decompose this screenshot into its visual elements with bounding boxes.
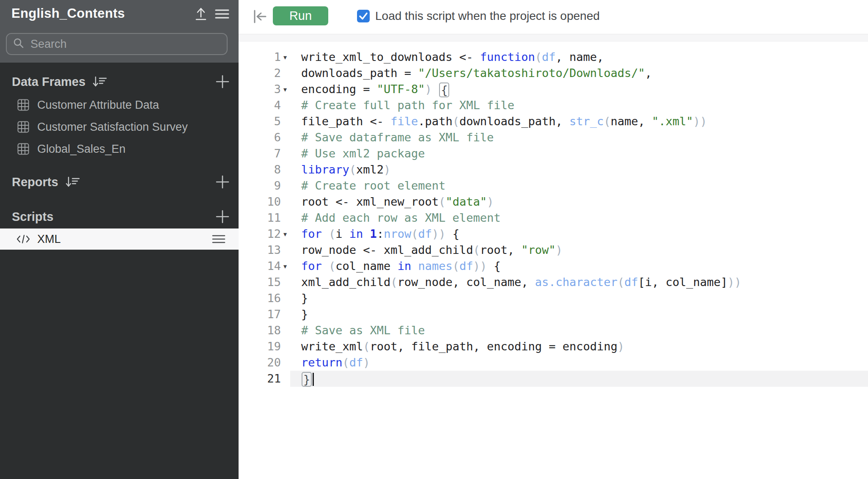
code-line-17[interactable]: 17} (239, 306, 868, 322)
line-number: 15 (245, 274, 281, 290)
code-line-14[interactable]: 14▾for (col_name in names(df)) { (239, 258, 868, 274)
code-editor[interactable]: 1▾write_xml_to_downloads <- function(df,… (239, 41, 868, 479)
text-cursor (313, 373, 314, 386)
toolbar: Run Load this script when the project is… (239, 0, 868, 34)
search-box[interactable] (6, 33, 228, 55)
load-script-checkbox-label[interactable]: Load this script when the project is ope… (375, 9, 600, 23)
section-reports: Reports (0, 173, 239, 191)
line-number: 11 (245, 210, 281, 226)
active-line-highlight (290, 371, 868, 387)
line-number: 6 (245, 129, 281, 146)
editor-top-band (239, 34, 868, 41)
section-data-frames: Data Frames (0, 72, 239, 91)
code-line-text: library(xml2) (301, 162, 390, 178)
sidebar: English_Contents (0, 0, 239, 479)
code-line-text: write_xml(root, file_path, encoding = en… (301, 339, 624, 355)
code-line-text: xml_add_child(row_node, col_name, as.cha… (301, 274, 741, 290)
table-icon (17, 99, 30, 111)
line-number: 12 (245, 226, 281, 242)
code-line-10[interactable]: 10root <- xml_new_root("data") (239, 194, 868, 210)
code-line-9[interactable]: 9# Create root element (239, 178, 868, 194)
code-line-text: file_path <- file.path(downloads_path, s… (301, 113, 707, 129)
code-line-7[interactable]: 7# Use xml2 package (239, 146, 868, 162)
code-line-20[interactable]: 20return(df) (239, 355, 868, 371)
code-line-text: # Create root element (301, 178, 445, 194)
line-number: 20 (245, 355, 281, 371)
code-line-text: downloads_path = "/Users/takatoshiroto/D… (301, 65, 652, 81)
code-line-12[interactable]: 12▾for (i in 1:nrow(df)) { (239, 226, 868, 242)
line-number: 18 (245, 322, 281, 339)
code-line-1[interactable]: 1▾write_xml_to_downloads <- function(df,… (239, 49, 868, 65)
line-number: 17 (245, 306, 281, 322)
line-number: 13 (245, 242, 281, 258)
add-data-frame-button[interactable] (215, 74, 230, 89)
app-window: English_Contents (0, 0, 868, 479)
line-number: 14 (245, 258, 281, 274)
item-label: Customer Satisfaction Survey (37, 121, 188, 134)
script-label: XML (37, 233, 61, 246)
sidebar-item-customer-attribute-data[interactable]: Customer Attribute Data (0, 94, 239, 116)
item-label: Customer Attribute Data (37, 99, 159, 112)
section-label-scripts: Scripts (12, 210, 53, 224)
sidebar-menu-icon[interactable] (214, 6, 230, 22)
code-line-text: # Use xml2 package (301, 146, 425, 162)
code-line-21[interactable]: 21} (239, 371, 868, 387)
code-line-18[interactable]: 18# Save as XML file (239, 322, 868, 339)
section-scripts: Scripts (0, 207, 239, 226)
code-line-8[interactable]: 8library(xml2) (239, 162, 868, 178)
add-report-button[interactable] (215, 174, 230, 190)
line-number: 21 (245, 371, 281, 387)
line-number: 2 (245, 65, 281, 81)
code-line-text: # Save as XML file (301, 322, 425, 339)
section-label-reports: Reports (12, 175, 58, 189)
sidebar-item-global-sales-en[interactable]: Global_Sales_En (0, 138, 239, 160)
collapse-sidebar-icon[interactable] (251, 8, 269, 25)
line-number: 9 (245, 178, 281, 194)
code-line-text: row_node <- xml_add_child(root, "row") (301, 242, 563, 258)
item-label: Global_Sales_En (37, 143, 126, 156)
code-line-16[interactable]: 16} (239, 290, 868, 306)
code-line-5[interactable]: 5file_path <- file.path(downloads_path, … (239, 113, 868, 129)
code-line-19[interactable]: 19write_xml(root, file_path, encoding = … (239, 339, 868, 355)
sidebar-item-customer-satisfaction-survey[interactable]: Customer Satisfaction Survey (0, 116, 239, 138)
line-number: 1 (245, 49, 281, 65)
fold-arrow-icon[interactable]: ▾ (283, 82, 287, 98)
line-number: 3 (245, 81, 281, 97)
table-icon (17, 121, 30, 133)
code-line-4[interactable]: 4# Create full path for XML file (239, 97, 868, 113)
line-number: 10 (245, 194, 281, 210)
code-line-15[interactable]: 15xml_add_child(row_node, col_name, as.c… (239, 274, 868, 290)
code-line-11[interactable]: 11# Add each row as XML element (239, 210, 868, 226)
code-line-text: # Create full path for XML file (301, 97, 514, 113)
code-line-text: } (301, 306, 308, 322)
sidebar-item-xml-script[interactable]: XML (0, 228, 239, 250)
line-number: 5 (245, 113, 281, 129)
run-button[interactable]: Run (273, 6, 328, 25)
code-line-text: for (i in 1:nrow(df)) { (301, 226, 459, 242)
load-script-checkbox[interactable] (357, 10, 370, 22)
code-line-text: } (301, 290, 308, 306)
add-script-button[interactable] (215, 209, 230, 224)
project-title: English_Contents (11, 6, 125, 21)
code-line-6[interactable]: 6# Save dataframe as XML file (239, 129, 868, 146)
script-row-menu-icon[interactable] (212, 233, 226, 245)
sort-icon[interactable] (65, 176, 80, 190)
line-number: 16 (245, 290, 281, 306)
code-line-text: write_xml_to_downloads <- function(df, n… (301, 49, 604, 65)
code-line-text: for (col_name in names(df)) { (301, 258, 501, 274)
line-number: 8 (245, 162, 281, 178)
search-input[interactable] (30, 37, 221, 51)
code-line-text: return(df) (301, 355, 370, 371)
code-line-2[interactable]: 2downloads_path = "/Users/takatoshiroto/… (239, 65, 868, 81)
code-line-text: root <- xml_new_root("data") (301, 194, 494, 210)
line-number: 4 (245, 97, 281, 113)
code-line-3[interactable]: 3▾encoding = "UTF-8") { (239, 81, 868, 97)
fold-arrow-icon[interactable]: ▾ (283, 226, 287, 242)
export-icon[interactable] (193, 6, 209, 22)
sort-icon[interactable] (92, 76, 107, 89)
code-line-text: # Add each row as XML element (301, 210, 500, 226)
fold-arrow-icon[interactable]: ▾ (283, 259, 287, 275)
fold-arrow-icon[interactable]: ▾ (283, 50, 287, 66)
section-label-data-frames: Data Frames (12, 75, 85, 89)
code-line-13[interactable]: 13row_node <- xml_add_child(root, "row") (239, 242, 868, 258)
